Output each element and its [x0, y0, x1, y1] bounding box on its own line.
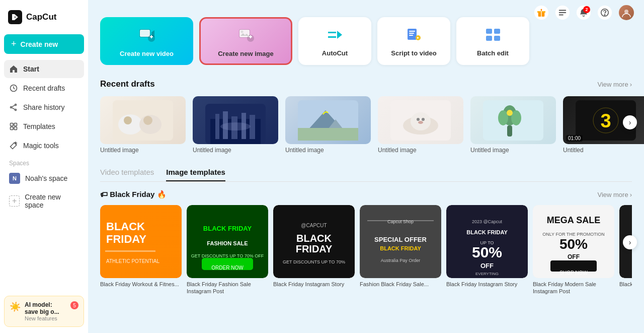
svg-rect-31 — [486, 36, 492, 41]
draft-label: Untitled image — [285, 147, 371, 154]
drafts-scroll-right[interactable]: › — [623, 115, 637, 129]
templates-view-more[interactable]: View more › — [597, 191, 632, 198]
sidebar-item-share-history[interactable]: Share history — [4, 98, 84, 116]
sidebar-item-magic-tools[interactable]: Magic tools — [4, 137, 84, 155]
svg-point-22 — [240, 30, 243, 33]
gift-icon-button[interactable] — [534, 6, 548, 20]
template-label: Black Friday Instagram Story — [273, 281, 355, 288]
draft-label: Untitled image — [378, 147, 463, 154]
batchedit-icon — [484, 26, 502, 45]
draft-time-badge: 01:00 — [566, 135, 583, 142]
svg-rect-25 — [409, 31, 415, 32]
batch-edit-card[interactable]: Batch edit — [456, 17, 529, 65]
svg-text:BLACK FRIDAY: BLACK FRIDAY — [203, 225, 252, 232]
create-new-button[interactable]: + Create new — [4, 34, 84, 54]
svg-text:MEGA SALE: MEGA SALE — [547, 215, 600, 225]
draft-thumbnail — [100, 96, 186, 144]
svg-rect-7 — [11, 127, 14, 130]
svg-text:BLACK: BLACK — [296, 233, 332, 244]
draft-thumbnail — [470, 96, 556, 144]
template-section-header: 🏷 Black Friday 🔥 View more › — [100, 190, 632, 199]
template-card[interactable]: MEGA SALE ONLY FOR THE PROMOTION 50% OFF… — [533, 205, 614, 295]
template-thumbnail: 2023 @Capcut BLACK FRIDAY UP TO 50% OFF … — [446, 205, 528, 278]
svg-text:SHOP NOW: SHOP NOW — [559, 270, 588, 276]
ai-sun-icon: ☀️ — [10, 301, 21, 312]
create-new-video-card[interactable]: Create new video — [100, 17, 193, 65]
draft-label: Untitled image — [193, 147, 278, 154]
svg-point-60 — [511, 110, 521, 125]
template-card[interactable]: Capcut Shop SPECIAL OFFER BLACK FRIDAY A… — [360, 205, 441, 295]
sidebar-item-noahs-space[interactable]: N Noah's space — [4, 169, 84, 188]
template-card[interactable]: @CAPCUT BLACK FRIDAY GET DISCOUNTS UP TO… — [273, 205, 355, 295]
svg-text:GET DISCOUNTS UP TO 70%: GET DISCOUNTS UP TO 70% — [283, 259, 345, 264]
capcut-logo-icon — [8, 10, 22, 24]
svg-text:SPECIAL OFFER: SPECIAL OFFER — [374, 236, 427, 243]
ai-banner[interactable]: ☀️ AI model: save big o... New features … — [4, 296, 84, 327]
svg-point-37 — [143, 116, 152, 125]
ai-banner-title: AI model: save big o... — [25, 301, 66, 315]
create-new-image-card[interactable]: Create new image — [199, 17, 292, 65]
script-icon — [405, 26, 423, 45]
sidebar-item-templates[interactable]: Templates — [4, 117, 84, 136]
draft-label: Untitled — [563, 147, 644, 154]
draft-card[interactable]: Untitled image — [285, 96, 371, 154]
template-card[interactable]: 2023 @Capcut BLACK FRIDAY UP TO 50% OFF … — [446, 205, 528, 295]
svg-rect-49 — [298, 128, 358, 141]
template-label: Fashion Black Friday Sale... — [360, 281, 441, 288]
notification-icon-button[interactable]: 2 — [577, 6, 591, 20]
sidebar-item-recent-drafts[interactable]: Recent drafts — [4, 79, 84, 97]
create-video-icon — [137, 25, 156, 46]
template-thumbnail: Capcut Shop SPECIAL OFFER BLACK FRIDAY A… — [360, 205, 441, 278]
template-section-title: 🏷 Black Friday 🔥 — [100, 190, 167, 199]
svg-text:BLACK FRIDAY: BLACK FRIDAY — [380, 245, 421, 251]
template-card[interactable]: BLACK FRIDAY FASHION SALE GET DISCOUNTS … — [187, 205, 268, 295]
draft-card[interactable]: Untitled image — [193, 96, 278, 154]
draft-card[interactable]: Untitled image — [470, 96, 556, 154]
template-card[interactable]: BLACK FRIDAY ATHLETIC POTENTIAL Black Fr… — [100, 205, 182, 295]
recent-drafts-title: Recent drafts — [100, 79, 155, 89]
autocut-icon — [326, 26, 344, 45]
draft-label: Untitled image — [100, 147, 186, 154]
template-card[interactable]: The Brew Coffee Black Friday 30% CASHBAC… — [619, 205, 632, 295]
draft-card[interactable]: Untitled image — [378, 96, 463, 154]
svg-text:ATHLETIC POTENTIAL: ATHLETIC POTENTIAL — [106, 258, 159, 264]
svg-point-59 — [498, 110, 508, 125]
draft-thumbnail — [378, 96, 463, 144]
script-to-video-card[interactable]: Script to video — [377, 17, 450, 65]
tab-video-templates[interactable]: Video templates — [100, 168, 154, 181]
user-avatar[interactable] — [619, 5, 634, 20]
autocut-card[interactable]: AutoCut — [298, 17, 371, 65]
svg-point-36 — [124, 116, 132, 124]
svg-text:EVERYTING: EVERYTING — [475, 272, 499, 276]
template-thumbnail: MEGA SALE ONLY FOR THE PROMOTION 50% OFF… — [533, 205, 614, 278]
svg-rect-12 — [559, 12, 566, 13]
draft-label: Untitled image — [470, 147, 556, 154]
svg-text:FRIDAY: FRIDAY — [106, 233, 146, 245]
svg-rect-0 — [8, 10, 22, 24]
drafts-row: Untitled image Untitled ima — [100, 96, 632, 154]
sidebar-item-start[interactable]: Start — [4, 60, 84, 78]
drafts-container: Untitled image Untitled ima — [100, 96, 632, 154]
draft-card[interactable]: Untitled image — [100, 96, 186, 154]
menu-icon-button[interactable] — [555, 6, 570, 20]
svg-point-45 — [220, 122, 251, 130]
svg-rect-11 — [559, 10, 566, 11]
svg-rect-26 — [409, 33, 414, 34]
logo: CapCut — [4, 6, 84, 32]
svg-text:@CAPCUT: @CAPCUT — [301, 223, 327, 228]
templates-scroll-right[interactable]: › — [623, 235, 637, 249]
svg-rect-27 — [409, 35, 413, 36]
template-thumbnail: BLACK FRIDAY FASHION SALE GET DISCOUNTS … — [187, 205, 268, 278]
recent-drafts-view-more[interactable]: View more › — [597, 81, 632, 88]
svg-point-54 — [422, 118, 425, 121]
svg-rect-57 — [507, 125, 512, 137]
svg-point-61 — [507, 110, 513, 116]
tab-image-templates[interactable]: Image templates — [166, 168, 225, 181]
svg-rect-29 — [486, 29, 492, 34]
space-avatar: N — [9, 173, 20, 184]
templates-row: BLACK FRIDAY ATHLETIC POTENTIAL Black Fr… — [100, 205, 632, 295]
help-icon-button[interactable] — [598, 6, 612, 20]
svg-text:OFF: OFF — [480, 262, 494, 270]
svg-point-4 — [11, 107, 12, 108]
sidebar-item-create-space[interactable]: + Create new space — [4, 189, 84, 213]
